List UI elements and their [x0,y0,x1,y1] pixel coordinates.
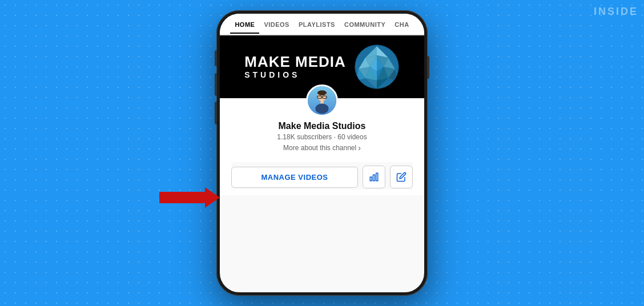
edit-button[interactable] [390,166,413,188]
diamond-logo [354,44,400,90]
pencil-icon [396,172,406,182]
phone-wrapper: HOME VIDEOS PLAYLISTS COMMUNITY CHA MAKE… [216,10,428,296]
avatar [306,84,338,116]
action-bar: MANAGE VIDEOS [231,162,413,190]
arrow-body [159,192,205,203]
side-button-left-3 [215,102,217,124]
tab-home[interactable]: HOME [230,15,259,33]
svg-rect-29 [370,177,372,181]
nav-tabs: HOME VIDEOS PLAYLISTS COMMUNITY CHA [220,14,424,35]
svg-rect-31 [376,173,378,181]
arrow-wrapper [159,187,220,208]
svg-point-27 [315,103,328,114]
banner-title-make: MAKE MEDIA [244,54,346,69]
channel-name: Make Media Studios [279,121,366,131]
svg-rect-30 [373,175,375,181]
analytics-button[interactable] [363,166,385,188]
watermark: INSIDE [594,6,638,18]
phone-shell: HOME VIDEOS PLAYLISTS COMMUNITY CHA MAKE… [216,10,428,296]
chevron-right-icon: › [358,143,361,152]
side-button-left-1 [215,50,217,66]
avatar-container [306,84,338,116]
arrow-head [205,187,220,208]
tab-channels[interactable]: CHA [390,15,413,33]
manage-videos-button[interactable]: MANAGE VIDEOS [231,167,358,188]
banner-text-group: MAKE MEDIA STUDIOS [244,54,346,79]
more-about-link[interactable]: More about this channel › [283,143,361,152]
more-about-text: More about this channel [283,144,356,152]
tab-playlists[interactable]: PLAYLISTS [294,15,340,33]
svg-point-26 [317,90,327,95]
side-button-right [427,56,429,79]
banner-title-studios: STUDIOS [244,70,300,79]
channel-info: Make Media Studios 1.18K subscribers · 6… [220,98,424,195]
phone-screen: HOME VIDEOS PLAYLISTS COMMUNITY CHA MAKE… [220,14,424,292]
red-arrow [159,187,220,208]
tab-community[interactable]: COMMUNITY [340,15,390,33]
side-button-left-2 [215,73,217,96]
tab-videos[interactable]: VIDEOS [259,15,294,33]
channel-stats: 1.18K subscribers · 60 videos [277,133,367,141]
bar-chart-icon [369,172,379,182]
svg-rect-28 [320,100,323,103]
